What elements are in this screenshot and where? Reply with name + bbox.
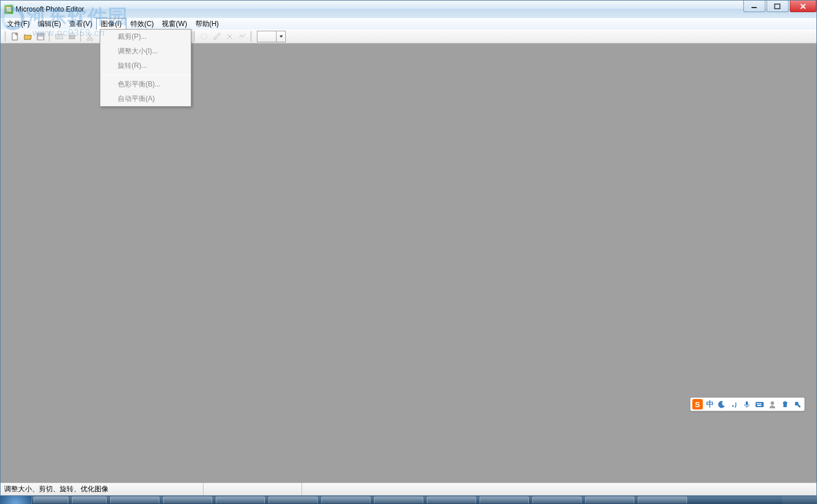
svg-rect-5 (56, 34, 63, 39)
svg-rect-23 (757, 405, 761, 406)
toolbar-sep-1 (49, 31, 51, 42)
svg-rect-19 (756, 402, 764, 407)
start-button[interactable] (0, 496, 32, 504)
task-item[interactable] (321, 496, 371, 503)
minimize-icon (751, 3, 758, 9)
svg-point-16 (201, 34, 207, 39)
statusbar: 调整大小、剪切、旋转、优化图像 (1, 483, 816, 495)
svg-rect-4 (38, 37, 43, 39)
menu-window[interactable]: 视窗(W) (158, 18, 191, 30)
auto-icon (238, 32, 247, 41)
ime-punct-icon[interactable] (730, 400, 739, 409)
menu-item-crop[interactable]: 裁剪(P)... (100, 30, 191, 44)
close-icon (800, 3, 807, 9)
close-button[interactable] (790, 1, 816, 12)
new-button[interactable] (9, 30, 21, 43)
svg-rect-1 (775, 4, 780, 9)
ime-user-icon[interactable] (768, 400, 777, 409)
menu-view[interactable]: 查看(V) (65, 18, 96, 30)
image-menu-dropdown: 裁剪(P)... 调整大小(I)... 旋转(R)... 色彩平衡(B)... … (100, 29, 191, 107)
menu-help[interactable]: 帮助(H) (191, 18, 223, 30)
menu-file[interactable]: 文件(F) (3, 18, 34, 30)
status-cell-2 (204, 483, 302, 495)
app-window: Microsoft Photo Editor 文件(F) 编辑(E) 查看(V)… (0, 0, 817, 496)
window-controls (743, 1, 816, 12)
menu-separator (101, 75, 190, 75)
ime-skin-icon[interactable] (780, 400, 790, 409)
toolbar-grip[interactable] (5, 31, 7, 42)
menu-image[interactable]: 图像(I) (96, 18, 126, 30)
svg-rect-21 (758, 403, 760, 404)
svg-rect-18 (746, 401, 748, 405)
print-icon (67, 32, 77, 41)
svg-rect-20 (757, 403, 758, 404)
open-button[interactable] (21, 30, 34, 43)
svg-point-17 (732, 405, 734, 407)
task-item[interactable] (532, 496, 582, 503)
open-folder-icon (23, 32, 32, 41)
task-item[interactable] (268, 496, 318, 503)
ime-moon-icon[interactable] (717, 400, 727, 409)
new-file-icon (10, 32, 20, 41)
save-button[interactable] (34, 30, 47, 43)
ime-mic-icon[interactable] (743, 400, 752, 409)
toolbar-sep-4 (194, 31, 196, 42)
task-item[interactable] (72, 496, 107, 503)
ime-lang-toggle[interactable]: 中 (706, 399, 714, 409)
task-item[interactable] (216, 496, 265, 503)
svg-point-24 (771, 401, 774, 405)
svg-rect-0 (751, 7, 757, 8)
auto-button[interactable] (236, 30, 249, 43)
cut-icon (86, 32, 95, 41)
status-hint: 调整大小、剪切、旋转、优化图像 (1, 483, 204, 495)
task-item[interactable] (427, 496, 476, 503)
scan-icon (55, 32, 64, 41)
taskbar[interactable] (0, 496, 817, 504)
task-item[interactable] (374, 496, 423, 503)
toolbar-sep-2 (80, 31, 82, 42)
cut-button[interactable] (84, 30, 97, 43)
app-icon (4, 5, 13, 14)
balance-button[interactable] (223, 30, 236, 43)
chevron-down-icon (279, 34, 284, 39)
toolbar-sep-5 (250, 31, 253, 42)
ime-settings-icon[interactable] (793, 400, 803, 409)
task-item[interactable] (638, 496, 687, 503)
print-button[interactable] (66, 30, 78, 43)
svg-rect-6 (69, 35, 75, 39)
menu-edit[interactable]: 编辑(E) (34, 18, 65, 30)
menubar: 文件(F) 编辑(E) 查看(V) 图像(I) 特效(C) 视窗(W) 帮助(H… (1, 18, 816, 30)
ime-toolbar[interactable]: S 中 (690, 397, 805, 411)
task-item[interactable] (480, 496, 529, 503)
task-item[interactable] (585, 496, 634, 503)
minimize-button[interactable] (743, 1, 765, 12)
status-cell-3 (302, 483, 816, 495)
window-title: Microsoft Photo Editor (16, 5, 84, 13)
transparency-button[interactable] (198, 30, 210, 43)
canvas-area (1, 43, 816, 483)
scan-button[interactable] (53, 30, 66, 43)
menu-effects[interactable]: 特效(C) (126, 18, 158, 30)
combo-arrow (276, 31, 285, 42)
maximize-button[interactable] (767, 1, 789, 12)
system-tray[interactable] (782, 496, 817, 504)
task-item[interactable] (163, 496, 212, 503)
task-item[interactable] (34, 496, 68, 503)
ime-logo-icon[interactable]: S (692, 399, 703, 409)
svg-rect-7 (70, 33, 74, 35)
balance-icon (225, 32, 234, 41)
transparency-icon (199, 32, 209, 41)
save-icon (36, 32, 45, 41)
menu-item-color-balance[interactable]: 色彩平衡(B)... (100, 77, 191, 92)
eyedropper-button[interactable] (210, 30, 223, 43)
menu-item-resize[interactable]: 调整大小(I)... (100, 44, 191, 59)
ime-keyboard-icon[interactable] (755, 400, 764, 409)
menu-item-auto-balance[interactable]: 自动平衡(A) (100, 92, 191, 106)
zoom-combo[interactable] (257, 31, 286, 42)
menu-item-rotate[interactable]: 旋转(R)... (100, 59, 191, 73)
titlebar[interactable]: Microsoft Photo Editor (1, 1, 816, 18)
eyedropper-icon (212, 32, 222, 41)
maximize-icon (774, 3, 781, 9)
task-item[interactable] (110, 496, 159, 503)
svg-rect-22 (760, 403, 761, 404)
